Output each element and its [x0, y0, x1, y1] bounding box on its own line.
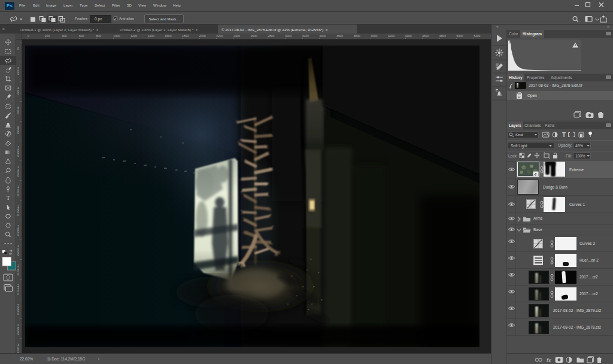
svg-text:T: T	[6, 195, 10, 201]
svg-text:fx: fx	[547, 357, 552, 363]
svg-text:T: T	[562, 132, 566, 138]
